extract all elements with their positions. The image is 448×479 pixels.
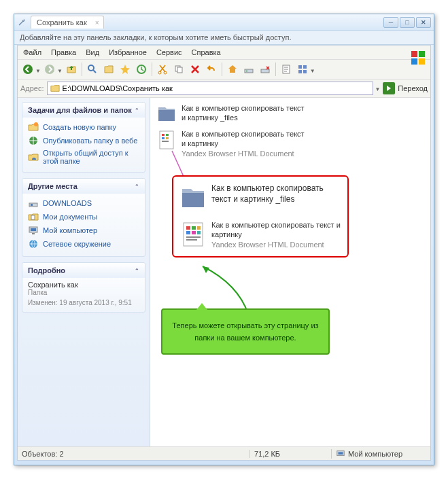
place-computer[interactable]: Мой компьютер [28,224,139,237]
separator [152,63,152,76]
file-name: Как в компьютер скопировать текст и карт… [211,183,342,212]
go-button[interactable] [383,82,395,94]
svg-rect-40 [186,231,190,234]
svg-point-5 [45,65,54,74]
separator [222,63,222,76]
wrench-icon [17,18,27,27]
svg-point-4 [23,65,33,74]
address-label: Адрес: [20,84,44,92]
titlebar: Сохранить как × ─ □ ✕ [14,14,434,31]
svg-point-20 [34,122,38,126]
svg-rect-44 [186,239,197,241]
windows-flag-icon [409,48,428,67]
favorites-button[interactable] [118,62,133,77]
file-item-html[interactable]: Как в компьютер скопировать текст и карт… [179,220,342,249]
task-pane: Задачи для файлов и папок ⌃ Создать нову… [18,98,150,446]
map-drive-button[interactable] [241,62,256,77]
place-downloads[interactable]: DOWNLOADS [28,196,139,210]
close-button[interactable]: ✕ [416,17,431,28]
history-button[interactable] [134,62,149,77]
svg-point-13 [246,71,247,72]
svg-rect-34 [162,141,169,142]
home-button[interactable] [225,62,240,77]
panel-header[interactable]: Другие места ⌃ [22,179,145,194]
svg-rect-3 [419,58,425,65]
task-new-folder[interactable]: Создать новую папку [28,120,139,134]
copy-button[interactable] [171,62,186,77]
html-file-icon [156,129,177,151]
file-list[interactable]: Как в компьютер скопировать текст и карт… [150,98,430,446]
svg-rect-37 [186,226,190,230]
dropdown-icon[interactable]: ▼ [375,86,380,95]
svg-rect-16 [298,65,302,69]
tasks-panel: Задачи для файлов и папок ⌃ Создать нову… [22,102,145,173]
task-publish[interactable]: Опубликовать папку в вебе [28,134,139,147]
dropdown-icon[interactable]: ▼ [310,68,315,77]
menu-edit[interactable]: Правка [51,48,76,56]
properties-button[interactable] [279,62,294,77]
address-path: E:\DOWNLOADS\Сохранить как [63,84,173,92]
menu-file[interactable]: Файл [23,48,41,56]
minimize-button[interactable]: ─ [383,17,398,28]
svg-rect-24 [31,215,35,219]
maximize-button[interactable]: □ [400,17,415,28]
forward-button[interactable] [42,62,57,77]
status-size: 71,2 КБ [249,450,331,458]
menu-tools[interactable]: Сервис [156,48,182,56]
menu-favorites[interactable]: Избранное [109,48,147,56]
delete-button[interactable] [188,62,203,77]
disconnect-button[interactable] [258,62,273,77]
svg-rect-41 [192,231,196,234]
folder-icon [156,103,177,125]
file-item-folder[interactable]: Как в компьютер скопировать текст и карт… [156,103,305,125]
panel-header[interactable]: Подробно ⌃ [22,263,145,278]
svg-rect-0 [411,51,417,57]
other-places-panel: Другие места ⌃ DOWNLOADS Мои документы [22,178,145,257]
place-documents[interactable]: Мои документы [28,210,139,224]
separator [82,63,82,76]
file-item-folder[interactable]: Как в компьютер скопировать текст и карт… [179,183,342,212]
svg-rect-33 [166,137,169,139]
explorer-body: Задачи для файлов и папок ⌃ Создать нову… [18,98,430,446]
status-location: Мой компьютер [331,449,426,459]
svg-rect-38 [192,226,196,230]
place-network[interactable]: Сетевое окружение [28,237,139,251]
file-name: Как в компьютер скопировать текст и карт… [182,103,305,125]
toolbar: ▼ ▼ ▼ [18,60,430,79]
dropdown-icon[interactable]: ▼ [35,68,41,77]
details-type: Папка [28,289,139,296]
svg-rect-27 [32,233,35,234]
svg-rect-39 [197,226,201,230]
details-panel: Подробно ⌃ Сохранить как Папка Изменен: … [22,262,145,313]
go-label: Переход [398,84,428,92]
up-button[interactable] [64,62,79,77]
undo-button[interactable] [204,62,219,77]
details-name: Сохранить как [28,281,139,289]
cut-button[interactable] [155,62,170,77]
window-buttons: ─ □ ✕ [383,17,431,28]
panel-header[interactable]: Задачи для файлов и папок ⌃ [22,103,145,118]
svg-rect-19 [303,70,307,73]
annotation-callout-red: Как в компьютер скопировать текст и карт… [172,175,349,258]
file-name: Как в компьютер скопировать текст и карт… [182,129,305,149]
svg-rect-2 [411,58,417,65]
svg-rect-22 [29,203,37,207]
menu-view[interactable]: Вид [86,48,99,56]
svg-rect-12 [245,69,253,73]
task-share[interactable]: Открыть общий доступ к этой папке [28,147,139,166]
html-file-icon [179,220,207,249]
close-tab-icon[interactable]: × [95,19,99,26]
bookmark-bar: Добавляйте на эту панель закладки, к кот… [14,31,434,45]
svg-rect-18 [298,70,302,73]
menu-help[interactable]: Справка [192,48,221,56]
browser-tab[interactable]: Сохранить как × [31,16,104,29]
address-field[interactable]: E:\DOWNLOADS\Сохранить как [47,82,374,95]
folders-button[interactable] [101,62,116,77]
explorer-inner: Файл Правка Вид Избранное Сервис Справка… [17,45,431,461]
file-name: Как в компьютер скопировать текст и карт… [211,220,342,240]
views-button[interactable] [295,62,310,77]
dropdown-icon[interactable]: ▼ [57,68,63,77]
search-button[interactable] [85,62,100,77]
back-button[interactable] [20,62,35,77]
svg-rect-31 [166,134,169,136]
